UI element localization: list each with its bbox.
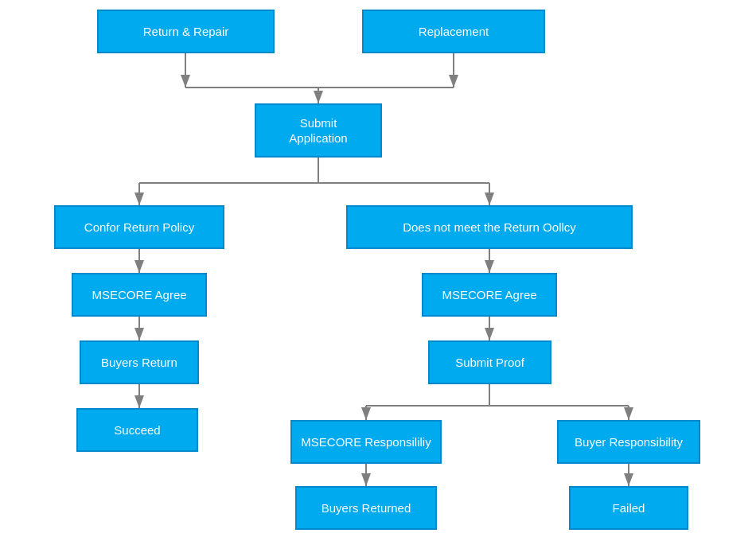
- failed-node: Failed: [569, 486, 688, 530]
- msecore-responsibility-node: MSECORE Responsililiy: [290, 420, 442, 464]
- return-repair-node: Return & Repair: [97, 10, 275, 53]
- replacement-node: Replacement: [362, 10, 545, 53]
- buyer-responsibility-node: Buyer Responsibility: [557, 420, 700, 464]
- msecore-agree-right-node: MSECORE Agree: [422, 273, 557, 317]
- submit-application-node: Submit Application: [255, 103, 382, 158]
- submit-proof-node: Submit Proof: [428, 340, 551, 384]
- does-not-meet-node: Does not meet the Return Oollcy: [346, 205, 633, 249]
- confor-return-policy-node: Confor Return Policy: [54, 205, 224, 249]
- flowchart-diagram: Return & Repair Replacement Submit Appli…: [0, 0, 756, 533]
- msecore-agree-left-node: MSECORE Agree: [72, 273, 207, 317]
- succeed-node: Succeed: [76, 408, 198, 452]
- buyers-returned-node: Buyers Returned: [295, 486, 437, 530]
- buyers-return-node: Buyers Return: [80, 340, 199, 384]
